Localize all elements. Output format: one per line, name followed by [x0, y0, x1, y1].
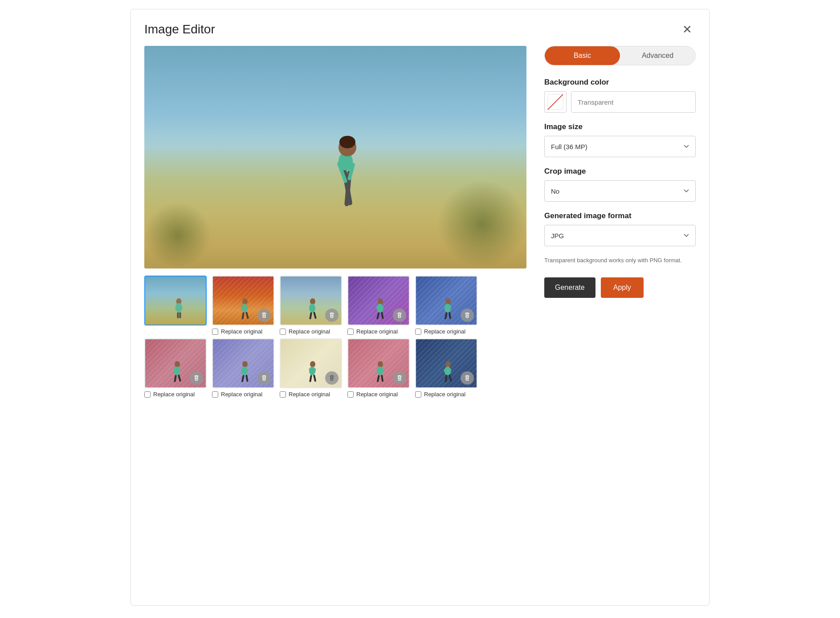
svg-point-18 [309, 304, 315, 313]
trash-btn-9[interactable] [393, 371, 406, 385]
replace-item-10: Replace original [415, 391, 477, 398]
svg-rect-40 [245, 374, 249, 382]
trash-btn-6[interactable] [190, 371, 203, 385]
thumb-item-2: Replace original [212, 276, 274, 335]
thumb-item-6: Replace original [144, 338, 207, 398]
replace-checkbox-5[interactable] [415, 329, 421, 335]
svg-rect-19 [309, 312, 312, 319]
thumbnail-8[interactable] [280, 338, 342, 388]
thumbnail-4[interactable] [347, 276, 410, 325]
replace-item-8: Replace original [280, 391, 342, 398]
thumbnail-5[interactable] [415, 276, 477, 325]
replace-checkbox-8[interactable] [280, 391, 286, 398]
crop-image-section: Crop image No Square Portrait Landscape [544, 167, 696, 202]
replace-checkbox-7[interactable] [212, 391, 218, 398]
trash-btn-7[interactable] [257, 371, 271, 385]
image-size-label: Image size [544, 122, 696, 131]
svg-rect-52 [381, 374, 383, 382]
image-format-select[interactable]: JPG PNG WEBP [544, 225, 696, 246]
svg-rect-13 [241, 312, 245, 319]
replace-item-7: Replace original [212, 391, 274, 398]
svg-point-33 [175, 361, 180, 367]
replace-label-9: Replace original [356, 391, 398, 398]
action-buttons: Generate Apply [544, 277, 696, 298]
replace-item-5: Replace original [415, 328, 477, 335]
trash-btn-8[interactable] [325, 371, 338, 385]
svg-rect-36 [178, 374, 181, 382]
svg-rect-57 [444, 375, 448, 382]
svg-point-43 [310, 361, 315, 367]
crop-image-label: Crop image [544, 167, 696, 176]
trash-btn-2[interactable] [257, 309, 271, 322]
replace-checkbox-3[interactable] [280, 329, 286, 335]
generate-button[interactable]: Generate [544, 277, 595, 298]
image-format-section: Generated image format JPG PNG WEBP [544, 211, 696, 246]
tab-advanced[interactable]: Advanced [620, 46, 695, 65]
replace-label-8: Replace original [289, 391, 330, 398]
thumbnail-10[interactable] [415, 338, 477, 388]
left-panel: ORIGINAL [144, 46, 526, 401]
thumbnail-6[interactable] [144, 338, 207, 388]
thumb-item-5: Replace original [415, 276, 477, 335]
svg-point-27 [445, 298, 451, 305]
replace-checkbox-9[interactable] [347, 391, 354, 398]
image-format-label: Generated image format [544, 211, 696, 220]
svg-rect-20 [313, 312, 317, 319]
replace-checkbox-6[interactable] [144, 391, 151, 398]
svg-rect-24 [381, 312, 384, 319]
replace-checkbox-4[interactable] [347, 329, 354, 335]
thumb-item-3: Replace original [280, 276, 342, 335]
thumb-item-7: Replace original [212, 338, 274, 398]
thumbnails-row-2: Replace original [144, 338, 526, 398]
replace-label-10: Replace original [424, 391, 465, 398]
close-button[interactable]: ✕ [679, 22, 696, 37]
thumbnail-original[interactable]: ORIGINAL [144, 276, 207, 325]
svg-point-55 [445, 361, 451, 367]
svg-point-11 [242, 298, 248, 305]
svg-point-49 [378, 361, 383, 367]
trash-btn-3[interactable] [325, 309, 338, 322]
replace-item-2: Replace original [212, 328, 274, 335]
bg-color-row [544, 91, 696, 113]
svg-rect-14 [245, 312, 249, 319]
svg-rect-58 [449, 374, 452, 382]
trash-btn-5[interactable] [461, 309, 474, 322]
replace-item-4: Replace original [347, 328, 410, 335]
replace-label-3: Replace original [289, 328, 330, 335]
thumb-item-original: ORIGINAL [144, 276, 207, 335]
trash-btn-10[interactable] [461, 371, 474, 385]
thumb-item-4: Replace original [347, 276, 410, 335]
replace-checkbox-10[interactable] [415, 391, 421, 398]
replace-checkbox-2[interactable] [212, 329, 218, 335]
svg-rect-30 [449, 312, 451, 319]
thumb-item-8: Replace original [280, 338, 342, 398]
svg-point-37 [242, 361, 248, 367]
thumb-item-10: Replace original [415, 338, 477, 398]
image-size-section: Image size Full (36 MP) Large Medium Sma… [544, 122, 696, 157]
tab-basic[interactable]: Basic [545, 46, 620, 65]
right-panel: Basic Advanced Background color Image si… [544, 46, 696, 401]
svg-point-8 [175, 303, 183, 312]
bg-color-label: Background color [544, 78, 696, 87]
image-size-select[interactable]: Full (36 MP) Large Medium Small [544, 136, 696, 157]
crop-image-select[interactable]: No Square Portrait Landscape [544, 180, 696, 202]
svg-rect-46 [313, 374, 316, 382]
replace-item-3: Replace original [280, 328, 342, 335]
editor-header: Image Editor ✕ [144, 22, 696, 37]
apply-button[interactable]: Apply [601, 277, 644, 298]
svg-rect-29 [444, 312, 448, 319]
svg-line-62 [548, 94, 563, 110]
thumbnail-2[interactable] [212, 276, 274, 325]
svg-rect-51 [377, 375, 380, 382]
color-swatch[interactable] [544, 91, 567, 113]
thumbnail-7[interactable] [212, 338, 274, 388]
trash-btn-4[interactable] [393, 309, 406, 322]
bg-color-input[interactable] [571, 91, 696, 113]
svg-rect-10 [179, 312, 181, 318]
svg-point-17 [310, 298, 315, 305]
thumbnails-row-1: ORIGINAL [144, 276, 526, 335]
thumbnail-9[interactable] [347, 338, 410, 388]
svg-rect-23 [376, 312, 380, 319]
thumbnail-3[interactable] [280, 276, 342, 325]
tab-switcher: Basic Advanced [544, 46, 696, 65]
